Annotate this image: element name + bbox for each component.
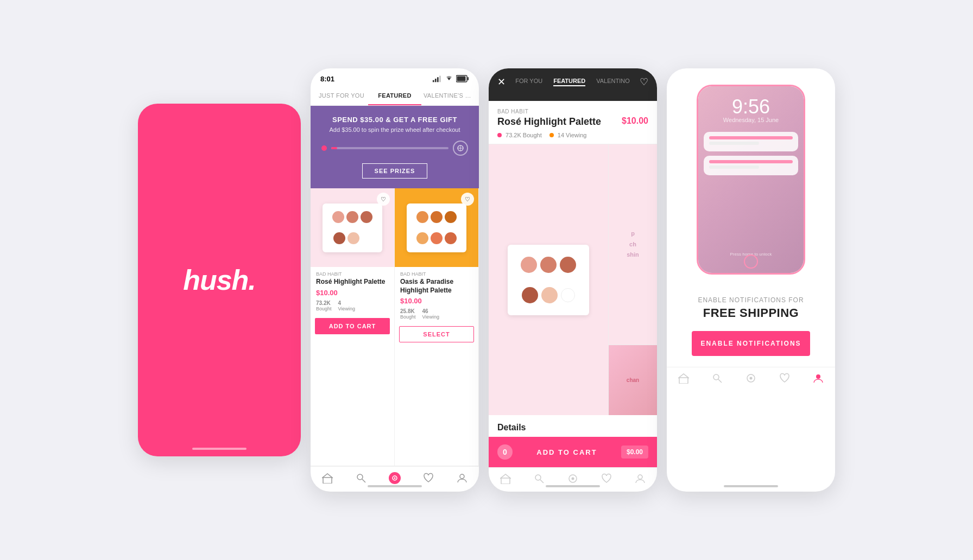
side-text-3: shin <box>627 250 639 260</box>
add-to-cart-label[interactable]: ADD TO CART <box>520 448 614 456</box>
products-grid: ♡ Bad Habit Rosé Highlight Palette $10.0… <box>311 188 479 466</box>
status-icons <box>432 74 469 84</box>
see-prizes-button[interactable]: SEE PRIZES <box>362 163 428 179</box>
product-price-2: $10.00 <box>400 297 473 305</box>
screen4-notifications: 9:56 Wednesday, 15 June Press home to un… <box>667 68 835 492</box>
svg-point-26 <box>750 377 753 380</box>
cart-count-badge: 0 <box>497 444 513 460</box>
svg-line-18 <box>540 480 544 483</box>
tab-valentines[interactable]: VALENTINE'S DA... <box>421 87 475 105</box>
select-button-2[interactable]: SELECT <box>399 326 474 342</box>
svg-rect-2 <box>437 77 439 82</box>
notification-card-2 <box>704 156 798 175</box>
product-images-row: p ch shin chan <box>489 144 657 415</box>
inner-home-button <box>744 254 758 269</box>
wheel-icon <box>457 144 464 152</box>
product-detail-info: BAD HABIT Rosé Highlight Palette $10.00 … <box>489 101 657 144</box>
wishlist-icon-detail[interactable]: ♡ <box>640 76 648 88</box>
enable-notifications-button[interactable]: ENABLE NOTIFICATIONS <box>692 331 810 356</box>
phone-mockup-inner: 9:56 Wednesday, 15 June Press home to un… <box>667 68 835 492</box>
details-title: Details <box>497 423 648 432</box>
promo-title: SPEND $35.00 & GET A FREE GIFT <box>321 116 468 124</box>
nav-heart-4[interactable] <box>768 373 801 384</box>
svg-point-15 <box>460 474 464 479</box>
close-button[interactable]: ✕ <box>497 76 506 88</box>
promo-banner: SPEND $35.00 & GET A FREE GIFT Add $35.0… <box>311 106 479 188</box>
home-icon-3 <box>500 473 511 484</box>
nav-heart-2[interactable] <box>412 472 445 484</box>
nav-heart-3[interactable] <box>590 473 623 484</box>
svg-rect-10 <box>323 478 332 483</box>
hush-logo: hush. <box>183 264 256 296</box>
dark-tab-featured[interactable]: FEATURED <box>553 78 585 86</box>
product-price-1: $10.00 <box>316 289 389 297</box>
progress-dot <box>321 145 327 151</box>
svg-rect-6 <box>457 77 466 81</box>
details-section: Details <box>489 415 657 437</box>
search-icon-3 <box>534 473 545 484</box>
viewing-dot <box>549 133 554 137</box>
notif-bar-3 <box>709 160 793 163</box>
viewing-count-2: 46 <box>422 308 439 314</box>
svg-rect-16 <box>501 478 510 484</box>
nav-search-2[interactable] <box>344 472 378 484</box>
explore-active-icon <box>389 472 401 484</box>
nav-home-3[interactable] <box>489 473 522 484</box>
nav-search-4[interactable] <box>700 373 734 384</box>
phone-inner-screen: 9:56 Wednesday, 15 June Press home to un… <box>698 86 804 273</box>
screen2-featured: 8:01 JUST F <box>311 68 479 492</box>
nav-user-3[interactable] <box>623 473 657 484</box>
progress-track <box>331 147 448 149</box>
wishlist-icon-2[interactable]: ♡ <box>461 193 474 206</box>
nav-user-2[interactable] <box>445 472 479 484</box>
notif-bar-1 <box>709 136 793 139</box>
nav-explore-3[interactable] <box>556 473 590 484</box>
user-nav-icon <box>456 472 468 484</box>
product-card-1: ♡ Bad Habit Rosé Highlight Palette $10.0… <box>311 188 395 466</box>
screen1-splash: hush. <box>138 104 301 456</box>
dark-nav-tabs: FOR YOU FEATURED VALENTINO <box>515 78 630 86</box>
tab-featured[interactable]: FEATURED <box>368 87 421 105</box>
add-to-cart-button-1[interactable]: ADD TO CART <box>315 318 390 334</box>
notif-bar-4 <box>709 166 759 169</box>
home-indicator <box>192 448 247 450</box>
detail-stats: 73.2K Bought 14 Viewing <box>497 132 648 138</box>
detail-brand: BAD HABIT <box>497 109 648 114</box>
wifi-icon <box>444 74 454 84</box>
svg-line-12 <box>362 479 365 482</box>
notif-subtitle: ENABLE NOTIFICATIONS FOR <box>692 296 810 304</box>
nav-home-2[interactable] <box>311 472 344 484</box>
nav-search-3[interactable] <box>522 473 556 484</box>
svg-point-14 <box>394 478 396 479</box>
product-name-1: Rosé Highlight Palette <box>316 278 389 287</box>
bought-dot <box>497 133 502 137</box>
dark-tab-for-you[interactable]: FOR YOU <box>515 78 542 86</box>
screen3-detail: ✕ FOR YOU FEATURED VALENTINO ♡ BAD HABIT… <box>489 68 657 492</box>
user-icon-4 <box>813 373 824 384</box>
heart-icon-4 <box>779 373 790 384</box>
svg-rect-3 <box>439 76 441 82</box>
svg-point-21 <box>638 475 642 479</box>
detail-product-price: $10.00 <box>622 116 648 126</box>
svg-point-11 <box>357 474 363 480</box>
svg-point-27 <box>816 374 820 379</box>
nav-explore-2[interactable] <box>378 472 412 484</box>
side-text-1: p <box>627 228 639 239</box>
nav-user-4[interactable] <box>801 373 835 384</box>
tab-just-for-you[interactable]: JUST FOR YOU <box>315 87 368 105</box>
notif-bar-2 <box>709 142 759 145</box>
nav-home-4[interactable] <box>667 373 700 384</box>
dark-tab-valentino[interactable]: VALENTINO <box>596 78 630 86</box>
explore-icon-4 <box>745 373 756 384</box>
bought-count-2: 25.8K <box>400 308 416 314</box>
dark-header-top: ✕ FOR YOU FEATURED VALENTINO ♡ <box>497 76 648 88</box>
user-icon-3 <box>635 473 646 484</box>
side-image-bottom: chan <box>608 345 657 415</box>
inner-time: 9:56 <box>732 97 770 117</box>
wishlist-icon-1[interactable]: ♡ <box>377 193 390 206</box>
detail-product-name: Rosé Highlight Palette <box>497 116 601 128</box>
promo-progress <box>321 141 468 156</box>
nav-explore-4[interactable] <box>734 373 768 384</box>
bottom-nav-2 <box>311 466 479 492</box>
viewing-count-1: 4 <box>338 300 355 306</box>
